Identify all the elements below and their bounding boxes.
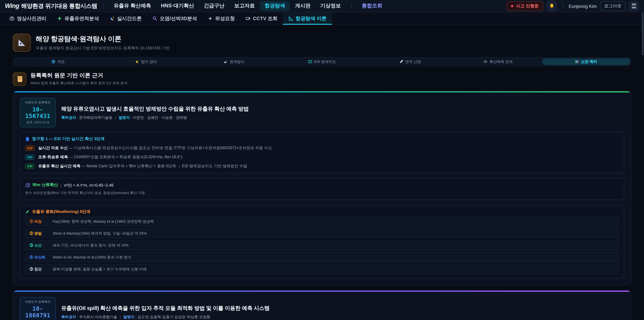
patent2-meta: 특허권자 : 주식회사 아라종합기술 | 발명자 : 김도연·김용혁·김충기·김… bbox=[61, 314, 270, 319]
section-title: 등록특허 원문 기반 이론 근거 bbox=[30, 72, 127, 79]
patent1-title-block: 해양 유류오염사고 발생시 효율적인 방제방안 수립을 위한 유출유 확산 예측… bbox=[61, 105, 249, 120]
app-title: 해양환경 위기대응 통합시스템 bbox=[21, 3, 97, 10]
pen-icon bbox=[399, 60, 403, 64]
page-title-block: 해양 항공탐색·원격탐사 이론 유출유 원격탐지·항공감시 기법·ESI 방제정… bbox=[36, 35, 170, 51]
cctv-icon bbox=[246, 16, 250, 21]
main-menu: 유출유 확산예측 HNS·대기확산 긴급구난 보고자료 항공탐색 게시판 기상정… bbox=[109, 1, 345, 11]
patent2-title: 유출유(Oil spill) 확산 예측을 위한 입자 추적 모듈 최적화 방법… bbox=[61, 304, 270, 311]
patent1-number-badge: 대한민국 등록특허 10-1567431 등록: 2015.11.03 bbox=[20, 98, 56, 127]
subtab-realtime-drone[interactable]: 실시간드론 bbox=[104, 12, 147, 25]
weathering-row-evaporation: ② 증발 Stiver & Mackay(1984) 해석적 방법, 수일~10… bbox=[25, 228, 619, 238]
patent-card-1: 대한민국 등록특허 10-1567431 등록: 2015.11.03 해양 유… bbox=[13, 91, 631, 285]
incident-status-label: 사고 진행중 bbox=[516, 3, 539, 9]
main-content: 해양 항공탐색·원격탐사 이론 유출유 원격탐지·항공감시 기법·ESI 방제정… bbox=[0, 34, 644, 320]
page-subtitle: 유출유 원격탐지·항공감시 기법·ESI 방제정보지도·등록특허 10-1567… bbox=[36, 46, 170, 51]
sparkle-icon bbox=[57, 16, 62, 21]
menu-weather-info[interactable]: 기상정보 bbox=[316, 1, 345, 11]
section-title-block: 등록특허 원문 기반 이론 근거 WING 탑재 유출유 확산예측 시스템의 특… bbox=[30, 72, 127, 86]
globe-icon bbox=[51, 60, 55, 64]
subtab-cctv-view[interactable]: CCTV 조회 bbox=[240, 12, 283, 25]
patent1-meta: 특허권자 : 한국해양과학기술원 | 발명자 : 이문진 · 김혜진 · 이승현… bbox=[61, 115, 249, 120]
tab-diffusion-link[interactable]: 확산예측 연계 bbox=[454, 58, 542, 65]
fbm-box: fBm 난류확산 | σ²(t) = A·t^m, m=0.45~2.46 분수… bbox=[20, 178, 624, 200]
patent-card-2: 대한민국 등록특허 10-1868791 등록: 2018.06.12 유출유(… bbox=[13, 290, 631, 320]
page-title: 해양 항공탐색·원격탐사 이론 bbox=[36, 35, 170, 44]
weathering-box: 유출유 풍화(Weathering) 5단계 ① 퍼짐 Fay(1969): 중… bbox=[20, 205, 624, 279]
page-title-icon-box bbox=[13, 34, 31, 52]
magnifier-icon bbox=[152, 16, 157, 21]
divider bbox=[103, 3, 103, 9]
user-name: Eunjeong Kim bbox=[569, 4, 597, 9]
pencil-icon bbox=[25, 209, 30, 214]
book-icon bbox=[25, 137, 30, 141]
page-header: 해양 항공탐색·원격탐사 이론 유출유 원격탐지·항공감시 기법·ESI 방제정… bbox=[13, 34, 631, 52]
triangle-ruler-icon bbox=[288, 16, 293, 21]
notifications-button[interactable] bbox=[546, 1, 556, 11]
divider bbox=[351, 3, 352, 9]
section-icon-box bbox=[13, 72, 26, 86]
patent2-header: 대한민국 등록특허 10-1868791 등록: 2018.06.12 유출유(… bbox=[20, 297, 624, 320]
weathering-row-dispersion: ③ 소산 쇄파 기인, 파도에너지·풍속 함수, 전체 약 15% bbox=[25, 240, 619, 250]
claim-step-s10: S10 실시간 자료 수신 — 기상예측시스템·위성영상수신시스템·검조소 인터… bbox=[25, 145, 619, 151]
top-navigation: Wing 해양환경 위기대응 통합시스템 유출유 확산예측 HNS·대기확산 긴… bbox=[0, 0, 644, 12]
logout-button[interactable]: 로그아웃 bbox=[600, 1, 626, 11]
patent1-number: 10-1567431 bbox=[22, 106, 54, 119]
app-logo[interactable]: Wing 해양환경 위기대응 통합시스템 bbox=[5, 2, 97, 10]
tab-papers-patents[interactable]: 논문·특허 bbox=[542, 58, 630, 65]
tab-remote-sensing[interactable]: 원격탐사 bbox=[190, 58, 278, 65]
fbm-formula-line: fBm 난류확산 | σ²(t) = A·t^m, m=0.45~2.46 bbox=[25, 182, 619, 188]
satellite-star-icon bbox=[208, 16, 212, 21]
spiral-icon bbox=[25, 182, 30, 187]
claim-step-s20: S20 조류·취송류 예측 — CHARRY모델 조화분석 + 취송류 경험식(… bbox=[25, 155, 619, 160]
subtab-satellite-request[interactable]: 위성요청 bbox=[202, 12, 240, 25]
bell-icon bbox=[549, 3, 554, 9]
patent2-title-block: 유출유(Oil spill) 확산 예측을 위한 입자 추적 모듈 최적화 방법… bbox=[61, 304, 270, 319]
scrollbar[interactable] bbox=[642, 13, 644, 55]
section-subtitle: WING 탑재 유출유 확산예측 시스템의 특허 원전 2건 전체 분석 bbox=[30, 81, 127, 86]
patent2-number: 10-1868791 bbox=[22, 305, 54, 318]
weathering-row-spreading: ① 퍼짐 Fay(1969): 중력-관성력, Mackay et al.(19… bbox=[25, 217, 619, 226]
subtab-image-photo-management[interactable]: 영상사진관리 bbox=[4, 12, 52, 25]
satellite-dish-icon bbox=[110, 16, 114, 21]
patent1-header: 대한민국 등록특허 10-1567431 등록: 2015.11.03 해양 유… bbox=[20, 98, 624, 127]
books-icon bbox=[575, 60, 579, 64]
menu-board[interactable]: 게시판 bbox=[290, 1, 315, 11]
claim1-header: 청구항 1 — ESI 기반 실시간 확산 3단계 bbox=[25, 136, 619, 142]
link-icon bbox=[483, 60, 487, 64]
section-header: 등록특허 원문 기반 이론 근거 WING 탑재 유출유 확산예측 시스템의 특… bbox=[13, 72, 631, 86]
camera-icon bbox=[10, 16, 14, 21]
divider bbox=[562, 3, 563, 9]
weathering-header: 유출유 풍화(Weathering) 5단계 bbox=[25, 209, 619, 214]
menu-emergency-rescue[interactable]: 긴급구난 bbox=[200, 1, 229, 11]
claim1-box: 청구항 1 — ESI 기반 실시간 확산 3단계 S10 실시간 자료 수신 … bbox=[20, 132, 624, 173]
incident-status-badge: 사고 진행중 bbox=[506, 1, 543, 11]
app-root: Wing 해양환경 위기대응 통합시스템 유출유 확산예측 HNS·대기확산 긴… bbox=[0, 0, 644, 320]
weathering-row-sedimentation: ⑤ 침강 용해·미생물 분해, 질량 손실률 = 초기 누유량에 선형 비례 bbox=[25, 264, 619, 274]
tab-esi-map[interactable]: ESI 방제지도 bbox=[278, 58, 366, 65]
subtab-aerial-search-theory[interactable]: 항공탐색 이론 bbox=[283, 12, 332, 25]
menu-reports[interactable]: 보고자료 bbox=[230, 1, 259, 11]
brand-mark: Wing bbox=[5, 2, 19, 9]
map-icon bbox=[308, 60, 312, 64]
fbm-description: 분수 브라운운동(fBm) 기반 무작위 확산거리 생성, 등방성(isotro… bbox=[25, 191, 619, 195]
tab-area-calculation[interactable]: 면적 산정 bbox=[366, 58, 454, 65]
plane-icon bbox=[224, 60, 228, 64]
tab-detection-equipment[interactable]: 탐지 장비 bbox=[102, 58, 190, 65]
subtab-pollution-ship-3d[interactable]: 오염/선박3D분석 bbox=[147, 12, 202, 25]
antenna-icon bbox=[135, 60, 139, 64]
triangle-ruler-icon bbox=[16, 38, 27, 48]
patent2-number-badge: 대한민국 등록특허 10-1868791 등록: 2018.06.12 bbox=[20, 297, 56, 320]
menu-oil-spill-forecast[interactable]: 유출유 확산예측 bbox=[109, 1, 156, 11]
menu-integrated-search[interactable]: 통합조회 bbox=[357, 1, 387, 11]
theory-tabstrip: 개요 탐지 장비 원격탐사 ESI 방제지도 면적 산정 확산예측 연계 bbox=[13, 57, 631, 66]
tab-overview[interactable]: 개요 bbox=[14, 58, 102, 65]
claim-step-s30: S30 유출유 확산 실시간 예측 — Monte Carlo 입자추적 + f… bbox=[25, 164, 619, 169]
alert-dot-icon bbox=[511, 5, 514, 7]
scroll-icon bbox=[16, 75, 23, 83]
sub-navigation: 영상사진관리 유출유면적분석 실시간드론 오염/선박3D분석 위성요청 CCTV… bbox=[0, 12, 644, 25]
hamburger-menu-button[interactable] bbox=[629, 1, 639, 11]
menu-aerial-search[interactable]: 항공탐색 bbox=[260, 1, 290, 11]
hamburger-icon bbox=[632, 4, 636, 8]
menu-hns-air-diffusion[interactable]: HNS·대기확산 bbox=[156, 1, 198, 11]
subtab-oil-area-analysis[interactable]: 유출유면적분석 bbox=[52, 12, 104, 25]
